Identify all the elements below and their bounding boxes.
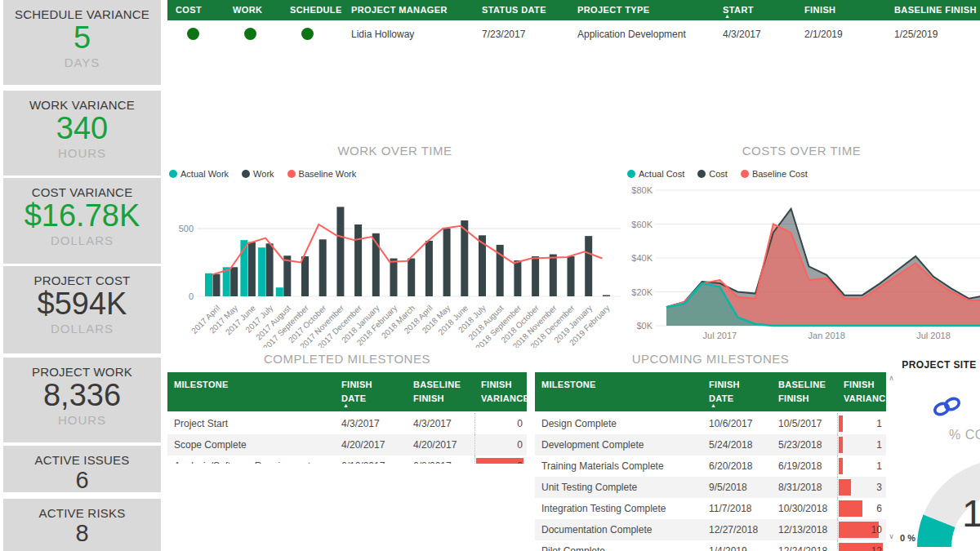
milestone-row-scope-complete[interactable]: Scope Complete4/20/20174/20/20170 <box>167 434 527 455</box>
milestone-table-header: MILESTONEFINISHDATE▲BASELINEFINISHFINISH… <box>535 372 886 413</box>
finish-variance-cell: 3 <box>837 477 886 498</box>
table-cell: 2/1/2019 <box>796 22 886 47</box>
gauge-min-label: 0 % <box>900 533 915 543</box>
project-table-row[interactable]: Lidia Holloway7/23/2017Application Devel… <box>167 22 980 47</box>
table-cell: 12/27/2018 <box>702 519 772 540</box>
kpi-title: COST VARIANCE <box>3 178 161 199</box>
column-header-finish[interactable]: FINISH <box>796 0 886 20</box>
kpi-card-active-risks[interactable]: ACTIVE RISKS8 <box>3 499 161 551</box>
legend-dot-icon <box>287 170 296 178</box>
scroll-up-icon[interactable]: ∧ <box>886 374 897 382</box>
column-header-work[interactable]: WORK <box>225 0 282 20</box>
column-header-milestone[interactable]: MILESTONE <box>535 372 702 411</box>
link-icon[interactable] <box>932 395 963 418</box>
variance-value: 1 <box>876 455 882 477</box>
table-cell: 4/3/2017 <box>715 22 796 47</box>
kpi-unit: HOURS <box>3 146 161 160</box>
milestone-row-analysis-software-requirement[interactable]: Analysis/Software Requirement ...6/12/20… <box>167 455 527 464</box>
column-header-finish-variance[interactable]: FINISHVARIANCE <box>837 372 886 411</box>
finish-variance-cell: 0 <box>474 413 527 434</box>
table-cell: 6/19/2018 <box>772 455 837 477</box>
finish-variance-cell: 1 <box>837 455 886 477</box>
column-header-finish-date[interactable]: FINISHDATE▲ <box>335 372 407 411</box>
work-over-time-chart[interactable]: 05002017 April2017 May2017 June2017 July… <box>167 186 622 348</box>
kpi-card-schedule-variance[interactable]: SCHEDULE VARIANCE5DAYS <box>3 0 161 85</box>
table-cell: Lidia Holloway <box>343 22 474 47</box>
column-header-start[interactable]: START▲ <box>715 0 796 20</box>
status-dot-cell <box>282 22 343 47</box>
kpi-value: $16.78K <box>3 200 161 233</box>
table-cell: 11/7/2018 <box>702 498 772 519</box>
column-header-project-type[interactable]: PROJECT TYPE <box>569 0 715 20</box>
column-header-cost[interactable]: COST <box>167 0 225 20</box>
work-chart-legend: Actual WorkWorkBaseline Work <box>169 169 356 179</box>
variance-bar <box>476 458 523 464</box>
column-header-schedule[interactable]: SCHEDULE <box>282 0 343 20</box>
table-cell: 4/20/2017 <box>335 434 407 455</box>
table-cell: Scope Complete <box>167 434 335 455</box>
costs-chart-legend: Actual CostCostBaseline Cost <box>627 169 808 179</box>
table-cell: 5/23/2018 <box>772 434 837 455</box>
milestone-row-design-complete[interactable]: Design Complete10/6/201710/5/20171 <box>535 413 886 434</box>
milestone-row-integration-testing-complete[interactable]: Integration Testing Complete11/7/201810/… <box>535 498 886 519</box>
kpi-value: 340 <box>3 113 161 145</box>
milestone-row-pilot-complete[interactable]: Pilot Complete1/4/201912/24/201812 <box>535 540 886 551</box>
legend-item-work[interactable]: Work <box>242 169 274 179</box>
variance-value: 2 <box>517 455 523 464</box>
table-cell: 1/4/2019 <box>702 540 772 551</box>
upcoming-milestones-scrollbar[interactable]: ∧ ∨ <box>886 372 897 542</box>
table-cell: 10/5/2017 <box>772 413 837 434</box>
kpi-card-work-variance[interactable]: WORK VARIANCE340HOURS <box>3 91 161 176</box>
column-header-finish-variance[interactable]: FINISHVARIANCE <box>474 372 527 411</box>
table-cell: 6/12/2017 <box>335 455 407 464</box>
legend-item-baseline-cost[interactable]: Baseline Cost <box>741 169 808 179</box>
milestone-row-project-start[interactable]: Project Start4/3/20174/3/20170 <box>167 413 527 434</box>
milestone-row-documentation-complete[interactable]: Documentation Complete12/27/201812/13/20… <box>535 519 886 540</box>
scroll-down-icon[interactable]: ∨ <box>886 532 897 540</box>
table-cell: 4/20/2017 <box>407 434 474 455</box>
kpi-value: 8,336 <box>3 380 161 412</box>
svg-text:$60K: $60K <box>631 220 653 229</box>
kpi-card-active-issues[interactable]: ACTIVE ISSUES6 <box>3 446 161 492</box>
column-header-finish-date[interactable]: FINISHDATE▲ <box>702 372 772 411</box>
svg-text:$0K: $0K <box>636 321 653 331</box>
table-cell: Development Complete <box>535 434 702 455</box>
variance-value: 1 <box>876 434 882 455</box>
kpi-card-cost-variance[interactable]: COST VARIANCE$16.78KDOLLARS <box>3 178 161 264</box>
green-status-dot-icon <box>244 28 256 40</box>
svg-text:$80K: $80K <box>631 185 653 195</box>
svg-text:Jan 2018: Jan 2018 <box>808 331 845 340</box>
legend-item-actual-work[interactable]: Actual Work <box>169 169 229 179</box>
legend-item-baseline-work[interactable]: Baseline Work <box>287 169 357 179</box>
kpi-card-project-work[interactable]: PROJECT WORK8,336HOURS <box>3 358 161 442</box>
kpi-title: WORK VARIANCE <box>3 91 161 112</box>
legend-item-cost[interactable]: Cost <box>697 169 728 179</box>
column-header-baseline-finish[interactable]: BASELINEFINISH <box>407 372 474 411</box>
kpi-value: 8 <box>3 521 161 545</box>
upcoming-milestones-table: MILESTONEFINISHDATE▲BASELINEFINISHFINISH… <box>535 372 886 551</box>
kpi-card-project-cost[interactable]: PROJECT COST$594KDOLLARS <box>3 266 161 353</box>
table-cell: 12/13/2018 <box>772 519 837 540</box>
column-header-status-date[interactable]: STATUS DATE <box>474 0 569 20</box>
column-header-baseline-finish[interactable]: BASELINEFINISH <box>772 372 837 411</box>
column-header-baseline-finish[interactable]: BASELINE FINISH <box>886 0 980 20</box>
status-dot-cell <box>225 22 282 47</box>
table-cell: 10/30/2018 <box>772 498 837 519</box>
milestone-row-development-complete[interactable]: Development Complete5/24/20185/23/20181 <box>535 434 886 455</box>
finish-variance-cell: 10 <box>837 519 886 540</box>
costs-over-time-chart[interactable]: $0K$20K$40K$60K$80KJul 2017Jan 2018Jul 2… <box>623 181 980 349</box>
milestone-row-training-materials-complete[interactable]: Training Materials Complete6/20/20186/19… <box>535 455 886 477</box>
legend-label: Cost <box>709 169 728 179</box>
table-cell: 6/8/2017 <box>407 455 474 464</box>
status-dot-cell <box>167 22 225 47</box>
column-header-milestone[interactable]: MILESTONE <box>167 372 335 411</box>
green-status-dot-icon <box>187 28 199 40</box>
kpi-unit: HOURS <box>3 413 161 427</box>
legend-item-actual-cost[interactable]: Actual Cost <box>627 169 684 179</box>
milestone-row-unit-testing-complete[interactable]: Unit Testing Complete9/5/20188/31/20183 <box>535 477 886 498</box>
table-cell: 7/23/2017 <box>474 22 569 47</box>
kpi-unit: DOLLARS <box>3 322 161 335</box>
costs-over-time-title: COSTS OVER TIME <box>623 144 980 158</box>
legend-dot-icon <box>242 170 250 178</box>
column-header-project-manager[interactable]: PROJECT MANAGER <box>343 0 474 20</box>
